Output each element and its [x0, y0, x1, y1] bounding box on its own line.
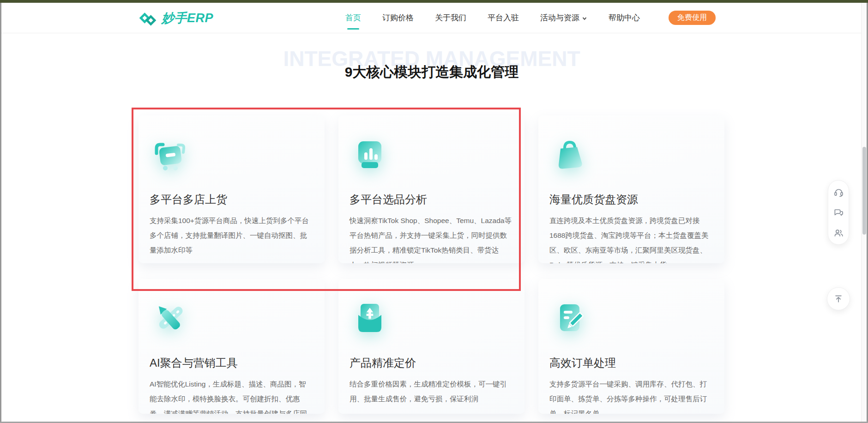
free-trial-button[interactable]: 免费使用	[669, 11, 716, 25]
shopping-bag-icon	[550, 136, 589, 175]
browser-window: 妙手ERP 首页 订购价格 关于我们 平台入驻 活动与资源 帮助中心 免费使用 …	[0, 0, 868, 423]
nav-item-label: 活动与资源	[540, 12, 579, 23]
floating-toolbar	[828, 180, 849, 245]
customer-service-button[interactable]	[832, 186, 844, 198]
bar-chart-icon	[350, 136, 389, 175]
card-title: 产品精准定价	[350, 356, 512, 370]
contacts-icon	[833, 228, 844, 238]
contact-button[interactable]	[832, 227, 844, 239]
card-ai-marketing-tools: AI聚合与营销工具 AI智能优化Listing，生成标题、描述、商品图，智能去除…	[139, 279, 325, 414]
section-title: 9大核心模块打造集成化管理	[345, 63, 519, 82]
card-precise-pricing: 产品精准定价 结合多重价格因素，生成精准定价模板，可一键引用、批量生成售价，避免…	[338, 279, 524, 414]
shopping-cart-icon	[151, 136, 189, 175]
card-supply-resources: 海量优质货盘资源 直连跨境及本土优质货盘资源，跨境货盘已对接1688跨境货盘、淘…	[538, 115, 724, 263]
card-product-selection-analysis: 多平台选品分析 快速洞察TikTok Shop、Shopee、Temu、Laza…	[338, 115, 524, 263]
card-description: AI智能优化Listing，生成标题、描述、商品图，智能去除水印，模特换脸换衣。…	[150, 377, 313, 414]
nav-item-home[interactable]: 首页	[345, 12, 361, 23]
card-title: 海量优质货盘资源	[549, 192, 712, 207]
feature-cards-grid: 多平台多店上货 支持采集100+货源平台商品，快速上货到多个平台多个店铺，支持批…	[139, 115, 724, 414]
back-to-top-icon	[833, 294, 844, 304]
card-description: 结合多重价格因素，生成精准定价模板，可一键引用、批量生成售价，避免亏损，保证利润	[350, 377, 512, 406]
scrollbar-thumb[interactable]	[862, 147, 866, 235]
logo[interactable]: 妙手ERP	[139, 9, 213, 27]
nav-item-activities[interactable]: 活动与资源	[540, 12, 587, 23]
card-title: 多平台选品分析	[350, 192, 512, 207]
card-order-processing: 高效订单处理 支持多货源平台一键采购、调用库存、代打包、打印面单、拣货单、分拣等…	[538, 279, 724, 414]
card-description: 直连跨境及本土优质货盘资源，跨境货盘已对接1688跨境货盘、淘宝跨境等平台；本土…	[549, 213, 712, 263]
nav-links: 首页 订购价格 关于我们 平台入驻 活动与资源 帮助中心	[345, 12, 640, 23]
chevron-down-icon	[582, 16, 587, 21]
logo-text: 妙手ERP	[162, 10, 213, 26]
card-description: 快速洞察TikTok Shop、Shopee、Temu、Lazada等平台热销产…	[350, 213, 512, 263]
nav-item-platforms[interactable]: 平台入驻	[488, 12, 519, 23]
navbar: 妙手ERP 首页 订购价格 关于我们 平台入驻 活动与资源 帮助中心 免费使用	[1, 3, 867, 33]
chat-button[interactable]	[832, 206, 844, 218]
chat-bubbles-icon	[833, 207, 844, 218]
card-title: 高效订单处理	[549, 356, 712, 370]
headset-icon	[833, 187, 844, 198]
card-title: AI聚合与营销工具	[150, 356, 313, 370]
back-to-top-button[interactable]	[827, 287, 850, 310]
nav-item-pricing[interactable]: 订购价格	[382, 12, 414, 23]
price-envelope-icon	[350, 299, 389, 338]
scrollbar-track[interactable]	[861, 3, 867, 422]
logo-icon	[139, 9, 157, 27]
card-description: 支持采集100+货源平台商品，快速上货到多个平台多个店铺，支持批量翻译图片、一键…	[150, 213, 313, 258]
hero-heading: INTEGRATED MANAGEMENT 9大核心模块打造集成化管理	[0, 33, 868, 93]
card-multi-platform-listing: 多平台多店上货 支持采集100+货源平台商品，快速上货到多个平台多个店铺，支持批…	[139, 115, 325, 263]
order-document-icon	[550, 299, 589, 338]
card-description: 支持多货源平台一键采购、调用库存、代打包、打印面单、拣货单、分拣等多种操作，可处…	[549, 377, 712, 414]
design-pen-icon	[151, 299, 189, 338]
nav-item-about[interactable]: 关于我们	[435, 12, 466, 23]
card-title: 多平台多店上货	[150, 192, 313, 207]
nav-item-help[interactable]: 帮助中心	[609, 12, 640, 23]
